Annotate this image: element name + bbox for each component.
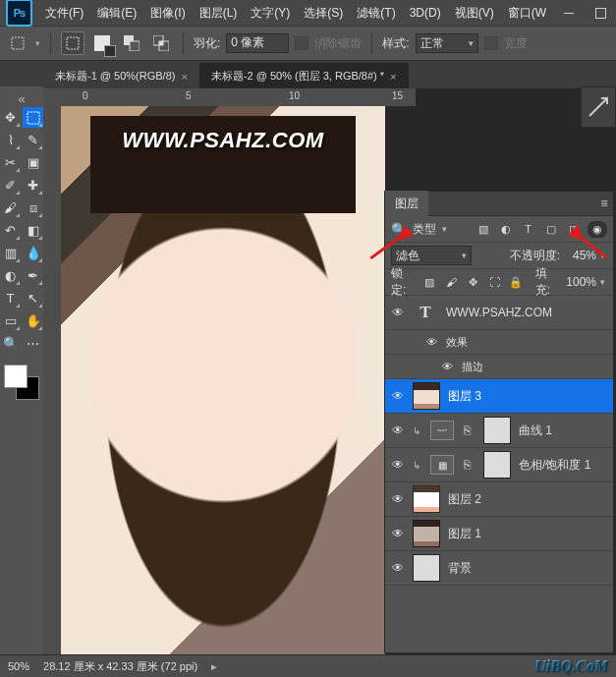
- feather-input[interactable]: 0 像素: [226, 33, 289, 53]
- history-tool-icon[interactable]: ↶: [0, 220, 21, 241]
- close-icon[interactable]: ×: [390, 71, 396, 83]
- crop-tool-icon[interactable]: ✂: [0, 152, 21, 173]
- tool-preset-icon[interactable]: [6, 31, 29, 55]
- hand-tool-icon[interactable]: ✋: [23, 310, 43, 331]
- visibility-icon[interactable]: 👁: [424, 336, 438, 348]
- opacity-input[interactable]: 45%: [566, 248, 607, 263]
- layer-background[interactable]: 👁 背景: [385, 551, 613, 586]
- gradient-tool-icon[interactable]: ▥: [0, 243, 21, 263]
- menu-file[interactable]: 文件(F): [38, 1, 90, 26]
- marquee-tool-icon[interactable]: [23, 107, 43, 128]
- window-maximize[interactable]: [585, 2, 616, 24]
- filter-shape-icon[interactable]: ▢: [542, 221, 559, 238]
- canvas[interactable]: WWW.PSAHZ.COM: [61, 106, 385, 657]
- visibility-icon[interactable]: 👁: [391, 492, 405, 506]
- toolbox-collapse-icon[interactable]: «: [2, 91, 41, 105]
- menu-window[interactable]: 窗口(W: [501, 1, 553, 26]
- layer-thumb: [413, 485, 440, 513]
- menu-filter[interactable]: 滤镜(T): [350, 1, 402, 26]
- menu-view[interactable]: 视图(V): [448, 1, 501, 26]
- layer-text[interactable]: 👁 T WWW.PSAHZ.COM: [385, 296, 613, 330]
- svg-rect-6: [159, 41, 163, 45]
- lock-all-icon[interactable]: 🔒: [508, 274, 524, 291]
- ruler-horizontal[interactable]: 0 5 10 15: [43, 88, 416, 107]
- visibility-icon[interactable]: 👁: [391, 306, 405, 319]
- type-tool-icon[interactable]: T: [0, 288, 21, 309]
- lock-position-icon[interactable]: ✥: [465, 274, 480, 291]
- link-icon[interactable]: ⎘: [464, 423, 476, 437]
- intersect-selection-icon[interactable]: [149, 31, 173, 55]
- pen-tool-icon[interactable]: ✒: [23, 265, 43, 286]
- link-icon[interactable]: ⎘: [464, 458, 476, 472]
- blur-tool-icon[interactable]: 💧: [23, 243, 43, 263]
- menu-select[interactable]: 选择(S): [297, 1, 350, 26]
- layer-huesat[interactable]: 👁 ↳ ▦ ⎘ 色相/饱和度 1: [385, 448, 613, 482]
- close-icon[interactable]: ×: [181, 71, 187, 83]
- blend-mode-select[interactable]: 滤色: [391, 246, 472, 265]
- window-minimize[interactable]: [553, 2, 585, 24]
- filter-pixel-icon[interactable]: ▧: [475, 221, 491, 238]
- panel-menu-icon[interactable]: ≡: [595, 197, 613, 210]
- document-tab-2[interactable]: 未标题-2 @ 50% (图层 3, RGB/8#) *×: [199, 63, 409, 88]
- search-icon[interactable]: 🔍: [391, 222, 407, 237]
- menu-layer[interactable]: 图层(L): [193, 1, 245, 26]
- menu-3d[interactable]: 3D(D): [403, 2, 448, 24]
- menu-image[interactable]: 图像(I): [143, 1, 192, 26]
- filter-type-icon[interactable]: T: [520, 221, 536, 238]
- lock-pixels-icon[interactable]: 🖌: [443, 274, 459, 291]
- zoom-tool-icon[interactable]: 🔍: [0, 333, 21, 354]
- visibility-icon[interactable]: 👁: [391, 423, 405, 437]
- chevron-down-icon[interactable]: ▾: [442, 224, 447, 234]
- lasso-tool-icon[interactable]: ⌇: [0, 130, 21, 150]
- ruler-vertical[interactable]: [43, 106, 62, 657]
- new-selection-icon[interactable]: [61, 31, 84, 55]
- layers-tab[interactable]: 图层: [385, 191, 428, 217]
- healing-tool-icon[interactable]: ✚: [23, 175, 43, 196]
- layer-effects-row[interactable]: 👁 效果: [385, 330, 613, 355]
- layer-1[interactable]: 👁 图层 1: [385, 517, 613, 551]
- document-tab-1[interactable]: 未标题-1 @ 50%(RGB/8)×: [43, 63, 199, 88]
- frame-tool-icon[interactable]: ▣: [23, 152, 43, 173]
- shape-tool-icon[interactable]: ▭: [0, 310, 21, 331]
- eraser-tool-icon[interactable]: ◧: [23, 220, 43, 241]
- zoom-level[interactable]: 50%: [8, 660, 29, 672]
- effects-label: 效果: [446, 335, 468, 350]
- move-tool-icon[interactable]: ✥: [0, 107, 21, 128]
- brush-tool-icon[interactable]: 🖌: [0, 197, 21, 218]
- layer-list: 👁 T WWW.PSAHZ.COM 👁 效果 👁 描边 👁 图层 3: [385, 296, 613, 652]
- svg-rect-0: [12, 37, 24, 49]
- layer-curves[interactable]: 👁 ↳ 〰 ⎘ 曲线 1: [385, 414, 613, 448]
- layer-2[interactable]: 👁 图层 2: [385, 482, 613, 517]
- visibility-icon[interactable]: 👁: [391, 458, 405, 472]
- menu-type[interactable]: 文字(Y): [244, 1, 297, 26]
- quickselect-tool-icon[interactable]: ✎: [23, 130, 43, 150]
- layer-3[interactable]: 👁 图层 3: [385, 379, 613, 414]
- style-select[interactable]: 正常: [416, 33, 478, 53]
- eyedropper-tool-icon[interactable]: ✐: [0, 175, 21, 196]
- layer-stroke-row[interactable]: 👁 描边: [385, 355, 613, 379]
- subtract-selection-icon[interactable]: [120, 31, 143, 55]
- filter-adjust-icon[interactable]: ◐: [497, 221, 514, 238]
- visibility-icon[interactable]: 👁: [440, 361, 454, 372]
- color-swatches[interactable]: [4, 365, 39, 400]
- svg-rect-7: [28, 112, 39, 124]
- document-tab-2-label: 未标题-2 @ 50% (图层 3, RGB/8#) *: [211, 69, 384, 84]
- visibility-icon[interactable]: 👁: [391, 561, 405, 575]
- visibility-icon[interactable]: 👁: [391, 389, 405, 403]
- visibility-icon[interactable]: 👁: [391, 527, 405, 540]
- edit-toolbar-icon[interactable]: ⋯: [23, 333, 43, 354]
- lock-transparent-icon[interactable]: ▨: [422, 274, 438, 291]
- chevron-right-icon[interactable]: ▸: [211, 660, 217, 673]
- filter-toggle[interactable]: ◉: [588, 221, 607, 238]
- path-tool-icon[interactable]: ↖: [23, 288, 43, 309]
- filter-smart-icon[interactable]: ◫: [565, 221, 582, 238]
- add-to-selection-icon[interactable]: [90, 31, 114, 55]
- collapsed-panel[interactable]: [581, 86, 616, 128]
- menu-bar: Ps 文件(F) 编辑(E) 图像(I) 图层(L) 文字(Y) 选择(S) 滤…: [0, 0, 616, 26]
- foreground-swatch[interactable]: [4, 365, 28, 388]
- dodge-tool-icon[interactable]: ◐: [0, 265, 21, 286]
- lock-artboard-icon[interactable]: ⛶: [486, 274, 502, 291]
- fill-input[interactable]: 100%: [566, 274, 607, 290]
- stamp-tool-icon[interactable]: ⧇: [23, 197, 43, 218]
- menu-edit[interactable]: 编辑(E): [90, 1, 143, 26]
